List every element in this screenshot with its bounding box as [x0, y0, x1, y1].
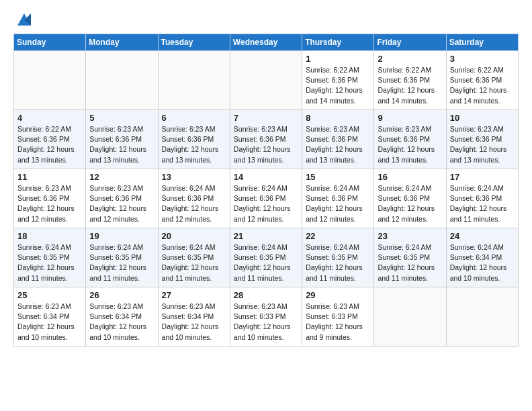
day-number: 6	[162, 113, 227, 123]
day-number: 7	[234, 113, 299, 123]
page-header	[13, 11, 519, 30]
day-detail: Sunrise: 6:24 AMSunset: 6:35 PMDaylight:…	[306, 242, 371, 283]
day-of-week-monday: Monday	[86, 34, 158, 51]
calendar-cell: 4Sunrise: 6:22 AMSunset: 6:36 PMDaylight…	[14, 110, 86, 169]
calendar-cell: 12Sunrise: 6:23 AMSunset: 6:36 PMDayligh…	[86, 169, 158, 228]
calendar-cell	[86, 51, 158, 110]
day-number: 2	[378, 54, 443, 64]
day-detail: Sunrise: 6:22 AMSunset: 6:36 PMDaylight:…	[17, 124, 83, 165]
day-of-week-thursday: Thursday	[302, 34, 374, 51]
day-detail: Sunrise: 6:23 AMSunset: 6:36 PMDaylight:…	[162, 124, 227, 165]
day-detail: Sunrise: 6:23 AMSunset: 6:36 PMDaylight:…	[306, 124, 371, 165]
calendar-cell: 5Sunrise: 6:23 AMSunset: 6:36 PMDaylight…	[86, 110, 158, 169]
day-of-week-wednesday: Wednesday	[230, 34, 302, 51]
calendar-cell: 29Sunrise: 6:23 AMSunset: 6:33 PMDayligh…	[302, 287, 374, 347]
day-detail: Sunrise: 6:23 AMSunset: 6:34 PMDaylight:…	[17, 302, 83, 342]
day-of-week-friday: Friday	[374, 34, 446, 51]
calendar-cell: 15Sunrise: 6:24 AMSunset: 6:36 PMDayligh…	[302, 169, 374, 228]
calendar-cell: 14Sunrise: 6:24 AMSunset: 6:36 PMDayligh…	[230, 169, 302, 228]
day-detail: Sunrise: 6:22 AMSunset: 6:36 PMDaylight:…	[378, 65, 443, 106]
day-detail: Sunrise: 6:23 AMSunset: 6:36 PMDaylight:…	[450, 124, 515, 165]
day-number: 11	[17, 172, 83, 182]
calendar-cell	[374, 287, 446, 347]
day-detail: Sunrise: 6:24 AMSunset: 6:36 PMDaylight:…	[378, 183, 443, 224]
calendar-cell: 19Sunrise: 6:24 AMSunset: 6:35 PMDayligh…	[86, 228, 158, 287]
day-number: 13	[162, 172, 227, 182]
logo	[13, 13, 34, 30]
calendar-cell: 6Sunrise: 6:23 AMSunset: 6:36 PMDaylight…	[158, 110, 230, 169]
calendar-cell: 18Sunrise: 6:24 AMSunset: 6:35 PMDayligh…	[14, 228, 86, 287]
day-number: 3	[450, 54, 515, 64]
day-detail: Sunrise: 6:22 AMSunset: 6:36 PMDaylight:…	[450, 65, 515, 106]
calendar-week-1: 1Sunrise: 6:22 AMSunset: 6:36 PMDaylight…	[14, 51, 519, 110]
day-number: 17	[450, 172, 515, 182]
day-detail: Sunrise: 6:23 AMSunset: 6:36 PMDaylight:…	[17, 183, 83, 224]
calendar-cell: 2Sunrise: 6:22 AMSunset: 6:36 PMDaylight…	[374, 51, 446, 110]
day-detail: Sunrise: 6:23 AMSunset: 6:36 PMDaylight:…	[89, 124, 154, 165]
calendar-week-2: 4Sunrise: 6:22 AMSunset: 6:36 PMDaylight…	[14, 110, 519, 169]
calendar-cell	[14, 51, 86, 110]
day-number: 29	[306, 290, 371, 300]
day-of-week-saturday: Saturday	[446, 34, 518, 51]
day-detail: Sunrise: 6:24 AMSunset: 6:35 PMDaylight:…	[89, 242, 154, 283]
calendar-cell: 26Sunrise: 6:23 AMSunset: 6:34 PMDayligh…	[86, 287, 158, 347]
calendar-cell: 1Sunrise: 6:22 AMSunset: 6:36 PMDaylight…	[302, 51, 374, 110]
day-of-week-tuesday: Tuesday	[158, 34, 230, 51]
day-detail: Sunrise: 6:23 AMSunset: 6:36 PMDaylight:…	[89, 183, 154, 224]
calendar-cell: 3Sunrise: 6:22 AMSunset: 6:36 PMDaylight…	[446, 51, 518, 110]
calendar-week-5: 25Sunrise: 6:23 AMSunset: 6:34 PMDayligh…	[14, 287, 519, 347]
calendar-cell: 24Sunrise: 6:24 AMSunset: 6:34 PMDayligh…	[446, 228, 518, 287]
day-number: 19	[89, 231, 154, 241]
calendar-cell: 28Sunrise: 6:23 AMSunset: 6:33 PMDayligh…	[230, 287, 302, 347]
calendar-header: SundayMondayTuesdayWednesdayThursdayFrid…	[14, 34, 519, 51]
day-of-week-sunday: Sunday	[14, 34, 86, 51]
day-detail: Sunrise: 6:24 AMSunset: 6:36 PMDaylight:…	[306, 183, 371, 224]
day-detail: Sunrise: 6:23 AMSunset: 6:34 PMDaylight:…	[162, 302, 227, 342]
day-number: 25	[17, 290, 83, 300]
calendar-cell: 9Sunrise: 6:23 AMSunset: 6:36 PMDaylight…	[374, 110, 446, 169]
day-detail: Sunrise: 6:24 AMSunset: 6:35 PMDaylight:…	[162, 242, 227, 283]
day-detail: Sunrise: 6:23 AMSunset: 6:33 PMDaylight:…	[234, 302, 299, 342]
calendar-cell	[446, 287, 518, 347]
day-detail: Sunrise: 6:23 AMSunset: 6:34 PMDaylight:…	[89, 302, 154, 342]
day-number: 9	[378, 113, 443, 123]
calendar-table: SundayMondayTuesdayWednesdayThursdayFrid…	[13, 34, 519, 347]
day-number: 20	[162, 231, 227, 241]
calendar-cell: 27Sunrise: 6:23 AMSunset: 6:34 PMDayligh…	[158, 287, 230, 347]
day-detail: Sunrise: 6:23 AMSunset: 6:33 PMDaylight:…	[306, 302, 371, 342]
day-number: 4	[17, 113, 83, 123]
day-detail: Sunrise: 6:24 AMSunset: 6:36 PMDaylight:…	[234, 183, 299, 224]
day-number: 12	[89, 172, 154, 182]
calendar-week-4: 18Sunrise: 6:24 AMSunset: 6:35 PMDayligh…	[14, 228, 519, 287]
calendar-cell: 11Sunrise: 6:23 AMSunset: 6:36 PMDayligh…	[14, 169, 86, 228]
calendar-cell: 16Sunrise: 6:24 AMSunset: 6:36 PMDayligh…	[374, 169, 446, 228]
logo-icon	[15, 11, 34, 30]
calendar-cell: 7Sunrise: 6:23 AMSunset: 6:36 PMDaylight…	[230, 110, 302, 169]
day-detail: Sunrise: 6:22 AMSunset: 6:36 PMDaylight:…	[306, 65, 371, 106]
day-detail: Sunrise: 6:24 AMSunset: 6:34 PMDaylight:…	[450, 242, 515, 283]
day-number: 14	[234, 172, 299, 182]
calendar-body: 1Sunrise: 6:22 AMSunset: 6:36 PMDaylight…	[14, 51, 519, 347]
day-number: 8	[306, 113, 371, 123]
calendar-cell: 17Sunrise: 6:24 AMSunset: 6:36 PMDayligh…	[446, 169, 518, 228]
day-detail: Sunrise: 6:24 AMSunset: 6:36 PMDaylight:…	[162, 183, 227, 224]
day-detail: Sunrise: 6:23 AMSunset: 6:36 PMDaylight:…	[234, 124, 299, 165]
calendar-cell: 10Sunrise: 6:23 AMSunset: 6:36 PMDayligh…	[446, 110, 518, 169]
calendar-cell: 22Sunrise: 6:24 AMSunset: 6:35 PMDayligh…	[302, 228, 374, 287]
calendar-cell: 21Sunrise: 6:24 AMSunset: 6:35 PMDayligh…	[230, 228, 302, 287]
days-of-week-row: SundayMondayTuesdayWednesdayThursdayFrid…	[14, 34, 519, 51]
day-number: 21	[234, 231, 299, 241]
calendar-cell: 25Sunrise: 6:23 AMSunset: 6:34 PMDayligh…	[14, 287, 86, 347]
calendar-cell: 13Sunrise: 6:24 AMSunset: 6:36 PMDayligh…	[158, 169, 230, 228]
day-number: 26	[89, 290, 154, 300]
day-detail: Sunrise: 6:24 AMSunset: 6:35 PMDaylight:…	[378, 242, 443, 283]
day-detail: Sunrise: 6:24 AMSunset: 6:36 PMDaylight:…	[450, 183, 515, 224]
day-number: 22	[306, 231, 371, 241]
day-detail: Sunrise: 6:24 AMSunset: 6:35 PMDaylight:…	[234, 242, 299, 283]
day-number: 24	[450, 231, 515, 241]
day-number: 18	[17, 231, 83, 241]
day-number: 28	[234, 290, 299, 300]
calendar-cell: 20Sunrise: 6:24 AMSunset: 6:35 PMDayligh…	[158, 228, 230, 287]
day-number: 5	[89, 113, 154, 123]
day-number: 10	[450, 113, 515, 123]
